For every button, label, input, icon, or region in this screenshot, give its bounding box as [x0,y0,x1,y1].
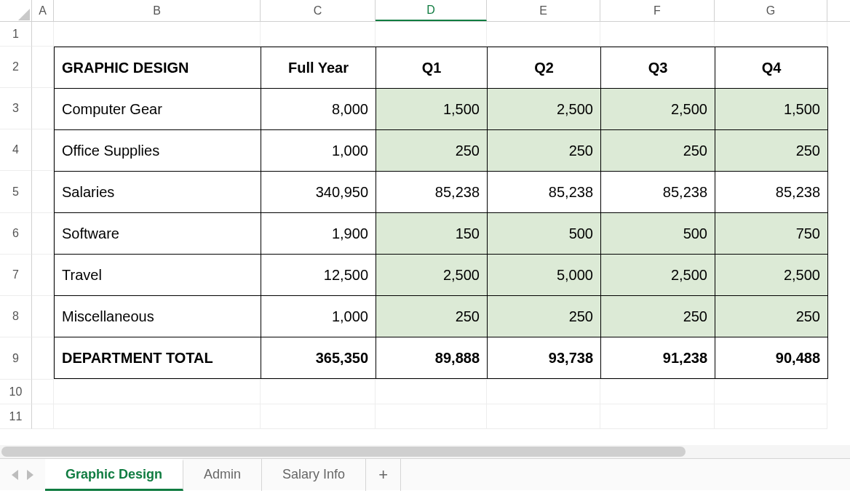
cell-full[interactable]: 1,000 [261,130,376,172]
cell-q4[interactable]: 750 [715,213,828,255]
sheet-tab-admin[interactable]: Admin [183,459,262,491]
cell[interactable] [32,171,54,213]
cell[interactable] [715,404,827,429]
cell[interactable] [715,380,827,404]
cell-q1[interactable]: 85,238 [376,172,488,213]
cell-q3[interactable]: 250 [601,296,715,337]
header-q2[interactable]: Q2 [488,47,601,89]
cell[interactable] [487,380,600,404]
cell-q2[interactable]: 250 [488,130,601,172]
nav-prev-icon[interactable] [12,470,18,480]
cell[interactable] [261,380,376,404]
cell-q2[interactable]: 2,500 [488,89,601,130]
cell[interactable] [487,22,600,47]
cell-q2[interactable]: 500 [488,213,601,255]
cell-full[interactable]: 1,900 [261,213,376,255]
cell-full[interactable]: 12,500 [261,255,376,296]
cell[interactable] [32,337,54,380]
cell[interactable] [600,22,715,47]
cell-q4[interactable]: 250 [715,296,828,337]
row-header-7[interactable]: 7 [0,255,32,296]
total-q2[interactable]: 93,738 [488,337,601,379]
cell[interactable] [32,213,54,255]
cell-label[interactable]: Software [55,213,261,255]
cell[interactable] [54,22,261,47]
row-header-11[interactable]: 11 [0,404,32,429]
col-header-D[interactable]: D [376,0,487,21]
total-q3[interactable]: 91,238 [601,337,715,379]
total-q4[interactable]: 90,488 [715,337,828,379]
cell-q3[interactable]: 85,238 [601,172,715,213]
row-header-2[interactable]: 2 [0,47,32,88]
cell[interactable] [32,380,54,404]
cell-q1[interactable]: 1,500 [376,89,488,130]
cell[interactable] [54,404,261,429]
cell[interactable] [376,380,487,404]
total-full[interactable]: 365,350 [261,337,376,379]
cell[interactable] [32,88,54,129]
cell-q4[interactable]: 1,500 [715,89,828,130]
col-header-A[interactable]: A [32,0,54,21]
cell[interactable] [261,404,376,429]
col-header-G[interactable]: G [715,0,827,21]
col-header-F[interactable]: F [600,0,715,21]
cell[interactable] [376,22,487,47]
total-q1[interactable]: 89,888 [376,337,488,379]
cell-label[interactable]: Travel [55,255,261,296]
scrollbar-thumb[interactable] [1,447,686,457]
cell[interactable] [376,404,487,429]
cell-q1[interactable]: 2,500 [376,255,488,296]
cell[interactable] [32,129,54,171]
cell[interactable] [32,404,54,429]
cell-q1[interactable]: 250 [376,296,488,337]
col-header-E[interactable]: E [487,0,600,21]
cell[interactable] [32,296,54,337]
cell-full[interactable]: 1,000 [261,296,376,337]
row-header-6[interactable]: 6 [0,213,32,255]
cell-q2[interactable]: 5,000 [488,255,601,296]
row-header-3[interactable]: 3 [0,88,32,129]
cell[interactable] [487,404,600,429]
col-header-C[interactable]: C [261,0,376,21]
row-header-4[interactable]: 4 [0,129,32,171]
cell-label[interactable]: Salaries [55,172,261,213]
cell-q2[interactable]: 85,238 [488,172,601,213]
cell-q3[interactable]: 250 [601,130,715,172]
horizontal-scrollbar[interactable] [0,445,850,458]
cell[interactable] [32,47,54,88]
sheet-tab-salary-info[interactable]: Salary Info [262,459,366,491]
cell[interactable] [32,255,54,296]
row-header-10[interactable]: 10 [0,380,32,404]
cell-full[interactable]: 8,000 [261,89,376,130]
cell[interactable] [715,22,827,47]
cell[interactable] [54,380,261,404]
header-q3[interactable]: Q3 [601,47,715,89]
grid[interactable]: GRAPHIC DESIGN Full Year Q1 Q2 Q3 Q4 Com… [32,22,850,445]
nav-next-icon[interactable] [27,470,33,480]
cell-q4[interactable]: 85,238 [715,172,828,213]
header-fullyear[interactable]: Full Year [261,47,376,89]
cell-q1[interactable]: 250 [376,130,488,172]
sheet-tab-graphic-design[interactable]: Graphic Design [45,459,183,491]
cell-q4[interactable]: 250 [715,130,828,172]
cell-full[interactable]: 340,950 [261,172,376,213]
cell[interactable] [32,22,54,47]
total-label[interactable]: DEPARTMENT TOTAL [55,337,261,379]
header-label[interactable]: GRAPHIC DESIGN [55,47,261,89]
cell-label[interactable]: Office Supplies [55,130,261,172]
row-header-1[interactable]: 1 [0,22,32,47]
cell-label[interactable]: Miscellaneous [55,296,261,337]
cell-q2[interactable]: 250 [488,296,601,337]
cell[interactable] [600,380,715,404]
col-header-B[interactable]: B [54,0,261,21]
row-header-5[interactable]: 5 [0,171,32,213]
row-header-8[interactable]: 8 [0,296,32,337]
cell[interactable] [600,404,715,429]
cell-label[interactable]: Computer Gear [55,89,261,130]
add-sheet-button[interactable]: + [366,459,401,491]
header-q4[interactable]: Q4 [715,47,828,89]
cell-q3[interactable]: 2,500 [601,255,715,296]
cell[interactable] [261,22,376,47]
select-all-corner[interactable] [0,0,32,22]
row-header-9[interactable]: 9 [0,337,32,380]
